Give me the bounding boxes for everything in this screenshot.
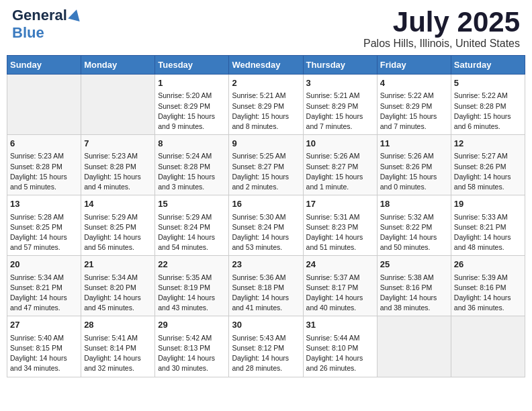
sunrise-text: Sunrise: 5:22 AM: [380, 91, 448, 101]
sunset-text: Sunset: 8:26 PM: [454, 162, 522, 172]
cell-content: Sunrise: 5:25 AMSunset: 8:27 PMDaylight:…: [232, 151, 300, 192]
daylight-text: Daylight: 14 hours and 45 minutes.: [84, 293, 152, 313]
sunrise-text: Sunrise: 5:38 AM: [380, 273, 448, 283]
daylight-text: Daylight: 15 hours and 1 minute.: [306, 172, 374, 192]
calendar-week-3: 13Sunrise: 5:28 AMSunset: 8:25 PMDayligh…: [7, 195, 525, 256]
daylight-text: Daylight: 14 hours and 57 minutes.: [10, 232, 78, 253]
sunset-text: Sunset: 8:15 PM: [10, 343, 78, 353]
weekday-header-wednesday: Wednesday: [229, 56, 303, 75]
calendar-cell: [7, 75, 81, 135]
day-number: 15: [158, 198, 226, 210]
calendar-cell: 16Sunrise: 5:30 AMSunset: 8:24 PMDayligh…: [229, 195, 303, 256]
sunset-text: Sunset: 8:12 PM: [232, 343, 300, 353]
day-number: 16: [232, 198, 300, 210]
calendar-cell: 24Sunrise: 5:37 AMSunset: 8:17 PMDayligh…: [303, 256, 377, 316]
sunset-text: Sunset: 8:29 PM: [306, 101, 374, 111]
cell-content: Sunrise: 5:36 AMSunset: 8:18 PMDaylight:…: [232, 273, 300, 314]
calendar-cell: 2Sunrise: 5:21 AMSunset: 8:29 PMDaylight…: [229, 75, 303, 135]
day-number: 12: [454, 138, 522, 150]
logo-blue: Blue: [12, 24, 44, 41]
calendar-cell: 18Sunrise: 5:32 AMSunset: 8:22 PMDayligh…: [377, 195, 451, 256]
cell-content: Sunrise: 5:33 AMSunset: 8:21 PMDaylight:…: [454, 212, 522, 253]
day-number: 28: [84, 319, 152, 331]
calendar-cell: [451, 316, 525, 377]
daylight-text: Daylight: 15 hours and 6 minutes.: [454, 111, 522, 132]
sunrise-text: Sunrise: 5:25 AM: [232, 151, 300, 161]
location-title: Palos Hills, Illinois, United States: [363, 38, 520, 50]
sunset-text: Sunset: 8:29 PM: [380, 101, 448, 111]
cell-content: Sunrise: 5:39 AMSunset: 8:16 PMDaylight:…: [454, 273, 522, 314]
day-number: 1: [158, 77, 226, 89]
calendar-cell: 28Sunrise: 5:41 AMSunset: 8:14 PMDayligh…: [81, 316, 155, 377]
daylight-text: Daylight: 14 hours and 43 minutes.: [158, 293, 226, 313]
sunrise-text: Sunrise: 5:40 AM: [10, 333, 78, 343]
sunrise-text: Sunrise: 5:26 AM: [380, 151, 448, 161]
cell-content: Sunrise: 5:32 AMSunset: 8:22 PMDaylight:…: [380, 212, 448, 253]
daylight-text: Daylight: 14 hours and 38 minutes.: [380, 293, 448, 313]
day-number: 6: [10, 138, 78, 150]
calendar-cell: 31Sunrise: 5:44 AMSunset: 8:10 PMDayligh…: [303, 316, 377, 377]
daylight-text: Daylight: 15 hours and 5 minutes.: [10, 172, 78, 192]
sunset-text: Sunset: 8:18 PM: [232, 283, 300, 293]
calendar-cell: 11Sunrise: 5:26 AMSunset: 8:26 PMDayligh…: [377, 135, 451, 195]
calendar-cell: 12Sunrise: 5:27 AMSunset: 8:26 PMDayligh…: [451, 135, 525, 195]
day-number: 2: [232, 77, 300, 89]
cell-content: Sunrise: 5:27 AMSunset: 8:26 PMDaylight:…: [454, 151, 522, 192]
sunrise-text: Sunrise: 5:21 AM: [306, 91, 374, 101]
sunrise-text: Sunrise: 5:39 AM: [454, 273, 522, 283]
day-number: 4: [380, 77, 448, 89]
day-number: 31: [306, 319, 374, 331]
sunrise-text: Sunrise: 5:43 AM: [232, 333, 300, 343]
sunset-text: Sunset: 8:16 PM: [380, 283, 448, 293]
sunset-text: Sunset: 8:27 PM: [306, 162, 374, 172]
day-number: 19: [454, 198, 522, 210]
daylight-text: Daylight: 15 hours and 2 minutes.: [232, 172, 300, 192]
sunrise-text: Sunrise: 5:23 AM: [10, 151, 78, 161]
cell-content: Sunrise: 5:21 AMSunset: 8:29 PMDaylight:…: [306, 91, 374, 132]
weekday-header-row: SundayMondayTuesdayWednesdayThursdayFrid…: [7, 56, 525, 75]
sunset-text: Sunset: 8:10 PM: [306, 343, 374, 353]
sunset-text: Sunset: 8:22 PM: [380, 222, 448, 232]
sunset-text: Sunset: 8:28 PM: [84, 162, 152, 172]
cell-content: Sunrise: 5:22 AMSunset: 8:29 PMDaylight:…: [380, 91, 448, 132]
cell-content: Sunrise: 5:34 AMSunset: 8:21 PMDaylight:…: [10, 273, 78, 314]
sunrise-text: Sunrise: 5:22 AM: [454, 91, 522, 101]
calendar-cell: 22Sunrise: 5:35 AMSunset: 8:19 PMDayligh…: [155, 256, 229, 316]
cell-content: Sunrise: 5:35 AMSunset: 8:19 PMDaylight:…: [158, 273, 226, 314]
sunrise-text: Sunrise: 5:42 AM: [158, 333, 226, 343]
daylight-text: Daylight: 14 hours and 26 minutes.: [306, 353, 374, 373]
cell-content: Sunrise: 5:29 AMSunset: 8:24 PMDaylight:…: [158, 212, 226, 253]
cell-content: Sunrise: 5:40 AMSunset: 8:15 PMDaylight:…: [10, 333, 78, 374]
sunrise-text: Sunrise: 5:44 AM: [306, 333, 374, 343]
day-number: 18: [380, 198, 448, 210]
cell-content: Sunrise: 5:38 AMSunset: 8:16 PMDaylight:…: [380, 273, 448, 314]
sunset-text: Sunset: 8:16 PM: [454, 283, 522, 293]
cell-content: Sunrise: 5:21 AMSunset: 8:29 PMDaylight:…: [232, 91, 300, 132]
logo: General Blue: [12, 7, 81, 42]
day-number: 22: [158, 259, 226, 271]
sunrise-text: Sunrise: 5:28 AM: [10, 212, 78, 222]
daylight-text: Daylight: 14 hours and 54 minutes.: [158, 232, 226, 253]
cell-content: Sunrise: 5:42 AMSunset: 8:13 PMDaylight:…: [158, 333, 226, 374]
daylight-text: Daylight: 15 hours and 7 minutes.: [306, 111, 374, 132]
sunrise-text: Sunrise: 5:29 AM: [158, 212, 226, 222]
sunrise-text: Sunrise: 5:30 AM: [232, 212, 300, 222]
calendar-cell: 9Sunrise: 5:25 AMSunset: 8:27 PMDaylight…: [229, 135, 303, 195]
calendar-cell: 26Sunrise: 5:39 AMSunset: 8:16 PMDayligh…: [451, 256, 525, 316]
weekday-header-sunday: Sunday: [7, 56, 81, 75]
daylight-text: Daylight: 14 hours and 51 minutes.: [306, 232, 374, 253]
sunset-text: Sunset: 8:14 PM: [84, 343, 152, 353]
day-number: 23: [232, 259, 300, 271]
sunset-text: Sunset: 8:29 PM: [232, 101, 300, 111]
sunrise-text: Sunrise: 5:41 AM: [84, 333, 152, 343]
sunrise-text: Sunrise: 5:26 AM: [306, 151, 374, 161]
calendar-cell: [377, 316, 451, 377]
cell-content: Sunrise: 5:26 AMSunset: 8:26 PMDaylight:…: [380, 151, 448, 192]
calendar-cell: 23Sunrise: 5:36 AMSunset: 8:18 PMDayligh…: [229, 256, 303, 316]
cell-content: Sunrise: 5:23 AMSunset: 8:28 PMDaylight:…: [84, 151, 152, 192]
cell-content: Sunrise: 5:24 AMSunset: 8:28 PMDaylight:…: [158, 151, 226, 192]
day-number: 17: [306, 198, 374, 210]
daylight-text: Daylight: 15 hours and 7 minutes.: [380, 111, 448, 132]
page-header: General Blue July 2025 Palos Hills, Illi…: [7, 7, 525, 50]
cell-content: Sunrise: 5:30 AMSunset: 8:24 PMDaylight:…: [232, 212, 300, 253]
